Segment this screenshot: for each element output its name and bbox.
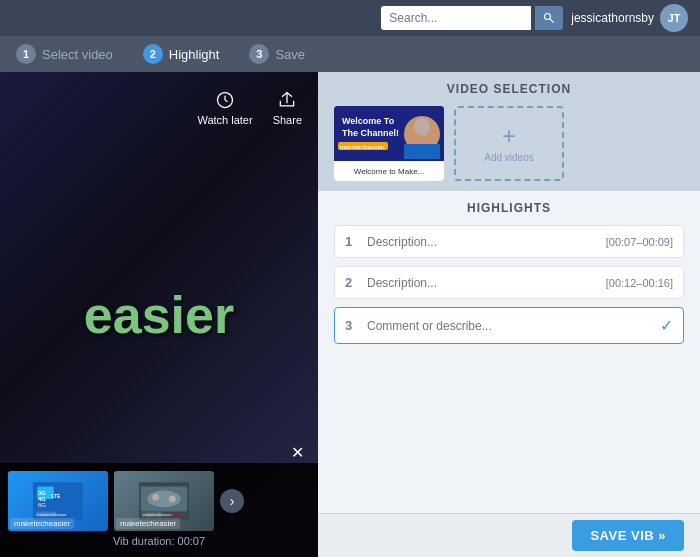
svg-text:maketecheasier: maketecheasier	[340, 144, 386, 150]
step-1[interactable]: 1 Select video	[16, 44, 113, 64]
video-main-text: easier	[84, 285, 234, 345]
svg-text:Welcome To: Welcome To	[342, 116, 395, 126]
svg-text:The Channel!: The Channel!	[342, 128, 399, 138]
highlight-item-2: 2 [00:12–00:16]	[334, 266, 684, 299]
video-selection-section: VIDEO SELECTION Welcome To The Channel! …	[318, 72, 700, 191]
step-2-label: Highlight	[169, 47, 220, 62]
step-1-label: Select video	[42, 47, 113, 62]
clock-icon	[215, 90, 235, 110]
highlight-1-time: [00:07–00:09]	[606, 236, 673, 248]
steps-bar: 1 Select video 2 Highlight 3 Save	[0, 36, 700, 72]
step-2[interactable]: 2 Highlight	[143, 44, 220, 64]
highlight-item-3: 3 ✓	[334, 307, 684, 344]
svg-line-4	[225, 100, 228, 102]
user-info: jessicathornsby JT	[571, 4, 688, 32]
video-card-1-img: Welcome To The Channel! maketecheasier	[334, 106, 444, 161]
highlight-1-num: 1	[345, 234, 359, 249]
thumbnails-row: 3G 4G LTE 6G maketecheasier maketecheasi…	[8, 471, 310, 531]
footer: SAVE VIB »	[318, 513, 700, 557]
next-thumbnails-button[interactable]: ›	[220, 489, 244, 513]
video-card-1[interactable]: Welcome To The Channel! maketecheasier W…	[334, 106, 444, 181]
search-container	[381, 6, 563, 30]
thumbnail-1[interactable]: 3G 4G LTE 6G maketecheasier maketecheasi…	[8, 471, 108, 531]
save-vib-button[interactable]: SAVE VIB »	[572, 520, 684, 551]
search-icon	[543, 12, 555, 24]
step-3[interactable]: 3 Save	[249, 44, 305, 64]
check-icon: ✓	[660, 316, 673, 335]
thumb-2-label: maketecheasier	[116, 518, 180, 529]
svg-point-16	[147, 491, 180, 508]
watch-later-label: Watch later	[197, 114, 252, 126]
svg-line-1	[550, 19, 553, 22]
highlight-item-1: 1 [00:07–00:09]	[334, 225, 684, 258]
add-video-button[interactable]: + Add videos	[454, 106, 564, 181]
svg-text:LTE: LTE	[51, 493, 61, 499]
search-button[interactable]	[535, 6, 563, 30]
close-thumbnails-button[interactable]: ✕	[291, 443, 304, 462]
right-panel: VIDEO SELECTION Welcome To The Channel! …	[318, 72, 700, 557]
video-thumb-svg: Welcome To The Channel! maketecheasier	[334, 106, 444, 161]
svg-rect-29	[404, 144, 440, 159]
svg-point-28	[414, 118, 430, 136]
highlight-2-num: 2	[345, 275, 359, 290]
avatar: JT	[660, 4, 688, 32]
step-3-label: Save	[275, 47, 305, 62]
video-cards: Welcome To The Channel! maketecheasier W…	[334, 106, 684, 181]
video-card-1-title: Welcome to Make...	[334, 161, 444, 181]
thumb-1-label: maketecheasier	[10, 518, 74, 529]
video-player-panel: easier Watch later Share	[0, 72, 318, 557]
thumb-2-image: maketecheasier youtube	[139, 481, 189, 521]
thumb-1-image: 3G 4G LTE 6G maketecheasier	[33, 481, 83, 521]
share-button[interactable]: Share	[273, 90, 302, 126]
highlights-title: HIGHLIGHTS	[334, 201, 684, 215]
svg-text:youtube: youtube	[169, 512, 184, 517]
highlight-2-input[interactable]	[367, 276, 598, 290]
share-label: Share	[273, 114, 302, 126]
svg-text:6G: 6G	[38, 502, 46, 508]
svg-text:3G: 3G	[38, 490, 46, 496]
svg-point-17	[152, 494, 159, 501]
highlight-1-input[interactable]	[367, 235, 598, 249]
svg-point-18	[169, 496, 176, 503]
thumbnail-2[interactable]: maketecheasier youtube maketecheasier	[114, 471, 214, 531]
svg-text:maketecheasier: maketecheasier	[37, 512, 67, 517]
watch-later-button[interactable]: Watch later	[197, 90, 252, 126]
highlights-section: HIGHLIGHTS 1 [00:07–00:09] 2 [00:12–00:1…	[318, 191, 700, 513]
step-3-circle: 3	[249, 44, 269, 64]
step-1-circle: 1	[16, 44, 36, 64]
app-header: jessicathornsby JT	[0, 0, 700, 36]
svg-point-0	[545, 14, 551, 20]
main-content: easier Watch later Share	[0, 72, 700, 557]
video-controls: Watch later Share	[181, 82, 318, 134]
thumbnails-strip: ✕ 3G 4G LTE 6G maketecheasier	[0, 463, 318, 557]
search-input[interactable]	[381, 6, 531, 30]
add-icon: +	[502, 124, 516, 148]
vib-duration: Vib duration: 00:07	[8, 531, 310, 549]
add-videos-label: Add videos	[484, 152, 533, 163]
highlight-3-num: 3	[345, 318, 359, 333]
video-selection-title: VIDEO SELECTION	[334, 82, 684, 96]
username-label: jessicathornsby	[571, 11, 654, 25]
step-2-circle: 2	[143, 44, 163, 64]
share-icon	[277, 90, 297, 110]
highlight-3-input[interactable]	[367, 319, 652, 333]
highlight-2-time: [00:12–00:16]	[606, 277, 673, 289]
